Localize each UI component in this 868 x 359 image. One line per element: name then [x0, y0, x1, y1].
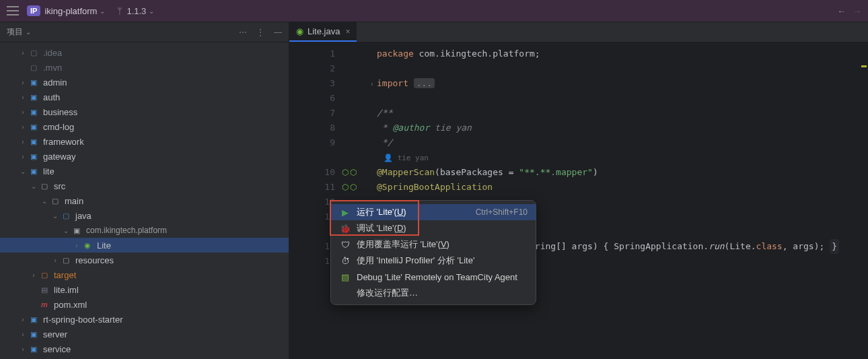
tree-item-target[interactable]: ›▢target — [0, 267, 289, 282]
tree-item-gateway[interactable]: ›▣gateway — [0, 149, 289, 164]
tree-item-java[interactable]: ⌄▢java — [0, 208, 289, 223]
chevron-down-icon[interactable]: ⌄ — [100, 7, 105, 15]
forward-arrow-icon[interactable]: → — [853, 6, 861, 16]
tree-item-main[interactable]: ⌄▢main — [0, 193, 289, 208]
more-icon[interactable]: ⋯ — [239, 28, 247, 37]
tree-item-Lite[interactable]: ›◉Lite — [0, 238, 289, 253]
tree-item-resources[interactable]: ›▢resources — [0, 253, 289, 267]
author-inlay: 👤 — [384, 154, 398, 162]
menu-coverage[interactable]: 🛡 使用覆盖率运行 'Lite'(V) — [331, 236, 536, 253]
tree-item-lite[interactable]: ⌄▣lite — [0, 164, 289, 178]
tree-item-auth[interactable]: ›▣auth — [0, 90, 289, 104]
fold-marker[interactable]: ... — [414, 78, 435, 88]
hide-icon[interactable]: — — [274, 28, 282, 37]
tree-item-rt-spring-boot-starter[interactable]: ›▣rt-spring-boot-starter — [0, 312, 289, 327]
tree-item-cmd-log[interactable]: ›▣cmd-log — [0, 119, 289, 134]
menu-edit-config[interactable]: 修改运行配置… — [331, 285, 536, 301]
project-tree[interactable]: ›▢.idea▢.mvn›▣admin›▣auth›▣business›▣cmd… — [0, 42, 289, 359]
run-context-menu: ▶ 运行 'Lite'(U) Ctrl+Shift+F10 🐞 调试 'Lite… — [330, 200, 536, 305]
coverage-icon: 🛡 — [339, 240, 351, 250]
tree-item-framework[interactable]: ›▣framework — [0, 134, 289, 149]
close-icon[interactable]: × — [345, 27, 350, 36]
warning-marker[interactable] — [861, 65, 867, 67]
project-panel: 项目 ⌄ ⋯ ⋮ — ›▢.idea▢.mvn›▣admin›▣auth›▣bu… — [0, 22, 289, 359]
chevron-down-icon[interactable]: ⌄ — [26, 28, 31, 36]
spring-leaf-icon[interactable]: ⬡ — [342, 168, 349, 177]
tree-item-lite-iml[interactable]: ▤lite.iml — [0, 282, 289, 297]
spring-icon: ◉ — [296, 26, 303, 36]
tree-item-admin[interactable]: ›▣admin — [0, 75, 289, 90]
tree-item-pom-xml[interactable]: mpom.xml — [0, 297, 289, 312]
spring-leaf-icon[interactable]: ⬡ — [342, 183, 349, 192]
top-bar: IP iking-platform ⌄ ᛘ 1.1.3 ⌄ ← → — [0, 0, 868, 22]
project-badge: IP — [27, 5, 40, 16]
main-area: 项目 ⌄ ⋯ ⋮ — ›▢.idea▢.mvn›▣admin›▣auth›▣bu… — [0, 22, 868, 359]
panel-header: 项目 ⌄ ⋯ ⋮ — — [0, 22, 289, 42]
project-name[interactable]: iking-platform — [44, 6, 97, 16]
branch-name: 1.1.3 — [126, 6, 146, 16]
menu-run[interactable]: ▶ 运行 'Lite'(U) Ctrl+Shift+F10 — [331, 204, 536, 220]
tree-item-business[interactable]: ›▣business — [0, 104, 289, 119]
tab-label: Lite.java — [308, 26, 340, 36]
tree-item--idea[interactable]: ›▢.idea — [0, 45, 289, 60]
tree-item-com-ikingtech-platform[interactable]: ⌄▣com.ikingtech.platform — [0, 223, 289, 238]
editor-area: ◉ Lite.java × 1236789101112131417 ⬡⬡⬡⬡▶▶… — [289, 22, 868, 359]
tree-item-server[interactable]: ›▣server — [0, 327, 289, 341]
profiler-icon: ⏱ — [339, 256, 351, 266]
scrollbar[interactable] — [860, 63, 868, 359]
menu-debug[interactable]: 🐞 调试 'Lite'(D) — [331, 220, 536, 236]
menu-remote-debug[interactable]: ▧ Debug 'Lite' Remotely on TeamCity Agen… — [331, 269, 536, 285]
tree-item-src[interactable]: ⌄▢src — [0, 178, 289, 193]
tab-bar: ◉ Lite.java × — [289, 22, 868, 42]
tree-item--mvn[interactable]: ▢.mvn — [0, 60, 289, 75]
teamcity-icon: ▧ — [339, 272, 351, 282]
collapse-icon[interactable]: ⋮ — [256, 28, 264, 37]
tab-lite[interactable]: ◉ Lite.java × — [289, 22, 357, 42]
menu-profiler[interactable]: ⏱ 使用 'IntelliJ Profiler' 分析 'Lite' — [331, 253, 536, 269]
bug-icon: 🐞 — [339, 224, 351, 234]
branch-icon: ᛘ — [117, 6, 122, 16]
run-icon: ▶ — [339, 207, 351, 218]
tree-item-service[interactable]: ›▣service — [0, 341, 289, 356]
panel-title[interactable]: 项目 — [7, 26, 23, 38]
menu-icon[interactable] — [7, 6, 19, 15]
chevron-down-icon: ⌄ — [149, 7, 154, 15]
back-arrow-icon[interactable]: ← — [837, 6, 846, 16]
git-branch[interactable]: ᛘ 1.1.3 ⌄ — [117, 6, 154, 16]
